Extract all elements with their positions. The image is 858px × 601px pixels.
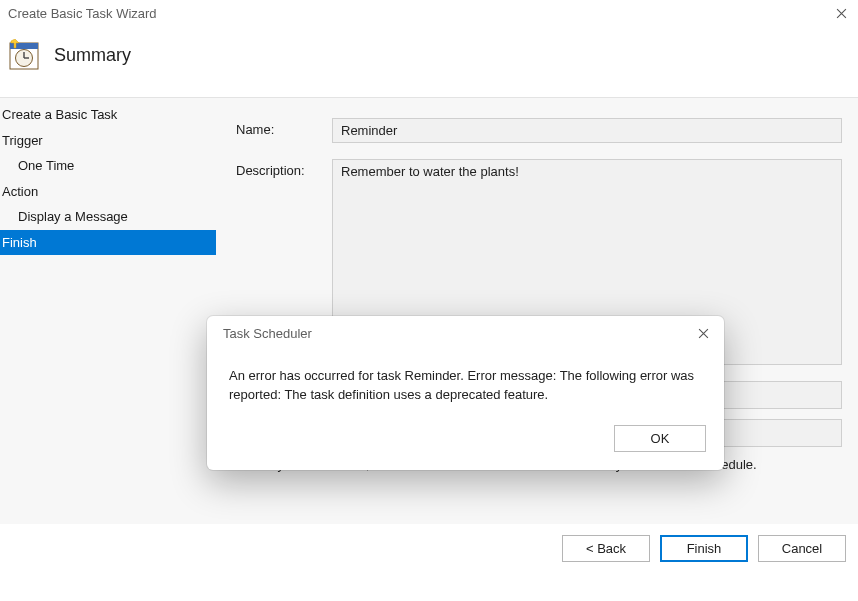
step-display-message[interactable]: Display a Message	[0, 204, 216, 230]
description-label: Description:	[236, 159, 318, 178]
window-titlebar: Create Basic Task Wizard	[0, 0, 858, 27]
error-dialog-title: Task Scheduler	[223, 326, 312, 341]
error-dialog-message: An error has occurred for task Reminder.…	[207, 351, 724, 411]
back-button[interactable]: < Back	[562, 535, 650, 562]
clock-wizard-icon	[8, 39, 40, 71]
finish-button[interactable]: Finish	[660, 535, 748, 562]
wizard-steps-sidebar: Create a Basic Task Trigger One Time Act…	[0, 98, 216, 524]
ok-button[interactable]: OK	[614, 425, 706, 452]
error-dialog-titlebar: Task Scheduler	[207, 316, 724, 351]
step-one-time[interactable]: One Time	[0, 153, 216, 179]
close-icon[interactable]	[834, 7, 848, 21]
page-title: Summary	[54, 45, 131, 66]
step-finish[interactable]: Finish	[0, 230, 216, 256]
wizard-footer: < Back Finish Cancel	[0, 524, 858, 562]
name-field[interactable]	[332, 118, 842, 143]
error-dialog: Task Scheduler An error has occurred for…	[207, 316, 724, 470]
step-trigger[interactable]: Trigger	[0, 128, 216, 154]
wizard-header: Summary	[0, 27, 858, 97]
close-icon[interactable]	[696, 327, 710, 341]
cancel-button[interactable]: Cancel	[758, 535, 846, 562]
window-title: Create Basic Task Wizard	[8, 6, 157, 21]
step-create-basic-task[interactable]: Create a Basic Task	[0, 102, 216, 128]
name-label: Name:	[236, 118, 318, 137]
step-action[interactable]: Action	[0, 179, 216, 205]
